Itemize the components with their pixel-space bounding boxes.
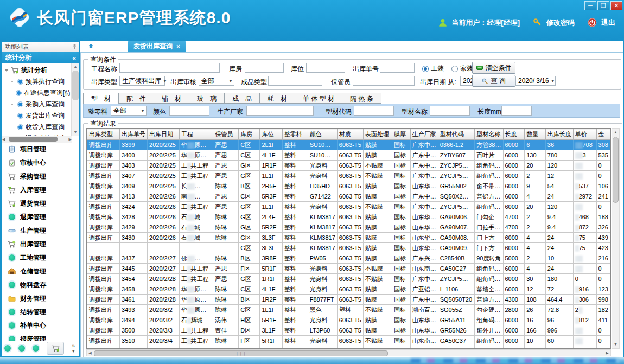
audit-combo[interactable]: 全部▼: [199, 76, 234, 86]
table-cell[interactable]: GA90M06.: [438, 212, 475, 222]
table-cell[interactable]: 不贴膜: [363, 274, 392, 284]
table-cell[interactable]: ▒468: [573, 212, 596, 222]
table-cell[interactable]: 不贴膜: [363, 305, 392, 315]
tab-home[interactable]: 起始页: [81, 41, 123, 52]
green-dot-icon[interactable]: [33, 345, 39, 352]
table-cell[interactable]: 长▒▒…: [179, 181, 213, 191]
table-cell[interactable]: 3L3F: [260, 243, 282, 253]
table-cell[interactable]: 调拨出库: [87, 191, 120, 202]
table-cell[interactable]: ZYCJP5…: [438, 161, 475, 171]
table-row-2[interactable]: 调拨出库34032020/2/25工▒共工程严思G区1R1F整料光身料6063-…: [87, 161, 610, 171]
table-cell[interactable]: 241: [596, 191, 610, 202]
table-cell[interactable]: 20: [525, 202, 546, 212]
table-cell[interactable]: 整料: [282, 315, 308, 325]
table-cell[interactable]: 3458: [120, 284, 148, 295]
table-cell[interactable]: 工▒共工程: [179, 161, 213, 171]
tree-scroll-thumb[interactable]: [72, 71, 79, 100]
table-cell[interactable]: 陈琳: [213, 284, 239, 295]
table-cell[interactable]: 6063-T5: [337, 212, 363, 222]
table-cell[interactable]: 996: [545, 325, 573, 336]
table-cell[interactable]: 陈琳: [213, 336, 239, 346]
out-type-combo[interactable]: 生产领料出库▼: [119, 76, 165, 86]
table-cell[interactable]: 调拨出库: [87, 325, 120, 336]
grid-hscroll-thumb[interactable]: ❘❘❘: [94, 350, 388, 356]
location-input[interactable]: [306, 63, 345, 73]
col-header-1[interactable]: 出库单号: [120, 129, 148, 140]
table-cell[interactable]: 0366-1.2: [438, 140, 475, 150]
table-cell[interactable]: ▒▒708: [573, 140, 596, 150]
table-cell[interactable]: 4L1F: [260, 284, 282, 295]
table-cell[interactable]: 普通方…: [475, 295, 503, 305]
table-cell[interactable]: 5R2F: [260, 222, 282, 233]
table-cell[interactable]: 2020/3/2: [148, 305, 180, 315]
table-cell[interactable]: 6000: [503, 161, 525, 171]
table-cell[interactable]: ▒916: [573, 284, 596, 295]
table-cell[interactable]: 调拨出库: [87, 315, 120, 325]
table-cell[interactable]: 整料: [282, 233, 308, 243]
table-cell[interactable]: 2020/2/27: [148, 264, 180, 274]
table-cell[interactable]: 调拨出库: [87, 274, 120, 284]
more-buttons-chevron[interactable]: »▾: [72, 343, 75, 353]
table-cell[interactable]: 工▒共工程: [179, 336, 213, 346]
table-cell[interactable]: G区: [239, 243, 260, 253]
table-cell[interactable]: 6000: [503, 150, 525, 161]
table-cell[interactable]: 2020/3/3: [148, 325, 180, 336]
tab-list-chevron-icon[interactable]: ▼: [614, 44, 619, 50]
material-tab-5[interactable]: 耗 材: [260, 93, 295, 104]
col-header-6[interactable]: 库位: [260, 129, 282, 140]
sidebar-item-0[interactable]: 项目管理: [3, 143, 78, 156]
sidebar-item-9[interactable]: 仓储管理: [3, 265, 78, 278]
col-header-18[interactable]: 单价: [573, 129, 596, 140]
table-cell[interactable]: GA50C27: [438, 264, 475, 274]
table-cell[interactable]: L-1106: [438, 284, 475, 295]
table-cell[interactable]: 广东中…: [410, 295, 438, 305]
table-row-6[interactable]: 调拨出库34242020/2/26工▒共工程严思G区1L1F整料光身料6063-…: [87, 202, 610, 212]
table-cell[interactable]: 组角码…: [475, 264, 503, 274]
date-to-picker[interactable]: 2020/ 3/16▼: [515, 76, 556, 86]
table-cell[interactable]: 180: [545, 274, 573, 284]
table-cell[interactable]: G区: [239, 202, 260, 212]
table-cell[interactable]: 2020/2/27: [148, 253, 180, 264]
table-cell[interactable]: 调拨出库: [87, 284, 120, 295]
table-cell[interactable]: 4: [525, 191, 546, 202]
table-cell[interactable]: 国标: [392, 150, 410, 161]
table-cell[interactable]: 贴膜: [363, 212, 392, 222]
table-cell[interactable]: ▒▒: [573, 171, 596, 181]
sidebar-item-5[interactable]: 退库管理: [3, 210, 78, 224]
table-cell[interactable]: 整料: [282, 295, 308, 305]
table-cell[interactable]: 整料: [282, 191, 308, 202]
col-header-13[interactable]: 型材代码: [438, 129, 475, 140]
tab-close-icon[interactable]: ×: [176, 43, 180, 50]
table-cell[interactable]: 调拨出库: [87, 202, 120, 212]
table-cell[interactable]: 贴膜: [363, 140, 392, 150]
table-cell[interactable]: 3399: [120, 140, 148, 150]
table-cell[interactable]: ▒▒3: [573, 150, 596, 161]
table-cell[interactable]: 工▒共工程: [179, 264, 213, 274]
order-no-input[interactable]: [380, 63, 415, 73]
table-cell[interactable]: 幕墙全…: [475, 284, 503, 295]
table-row-10[interactable]: G区3L3F整料KLM38176063-T5贴膜国标山东华…GA90M09.门下…: [87, 243, 610, 253]
table-cell[interactable]: 1L1F: [260, 171, 282, 181]
col-header-16[interactable]: 数量: [525, 129, 546, 140]
table-cell[interactable]: 调拨出库: [87, 233, 120, 243]
table-cell[interactable]: KLM3817: [308, 212, 337, 222]
table-cell[interactable]: 72: [545, 284, 573, 295]
table-cell[interactable]: 54: [545, 181, 573, 191]
table-cell[interactable]: 门下方: [475, 243, 503, 253]
table-cell[interactable]: 光身料: [308, 161, 337, 171]
table-cell[interactable]: 0: [573, 346, 596, 349]
table-cell[interactable]: 6000: [503, 284, 525, 295]
table-cell[interactable]: 山东南…: [410, 336, 438, 346]
table-cell[interactable]: 1L2F: [260, 346, 282, 349]
table-cell[interactable]: 120: [545, 161, 573, 171]
table-cell[interactable]: 组角码…: [475, 274, 503, 284]
table-cell[interactable]: 广东中…: [410, 274, 438, 284]
table-cell[interactable]: 3445: [120, 264, 148, 274]
table-cell[interactable]: 整料: [282, 161, 308, 171]
table-cell[interactable]: [120, 243, 148, 253]
table-cell[interactable]: [87, 243, 120, 253]
table-cell[interactable]: 60: [545, 346, 573, 349]
table-cell[interactable]: 3461: [120, 295, 148, 305]
tree-horizontal-scrollbar[interactable]: ◀ ▶: [2, 136, 72, 143]
table-cell[interactable]: SU10…: [308, 140, 337, 150]
